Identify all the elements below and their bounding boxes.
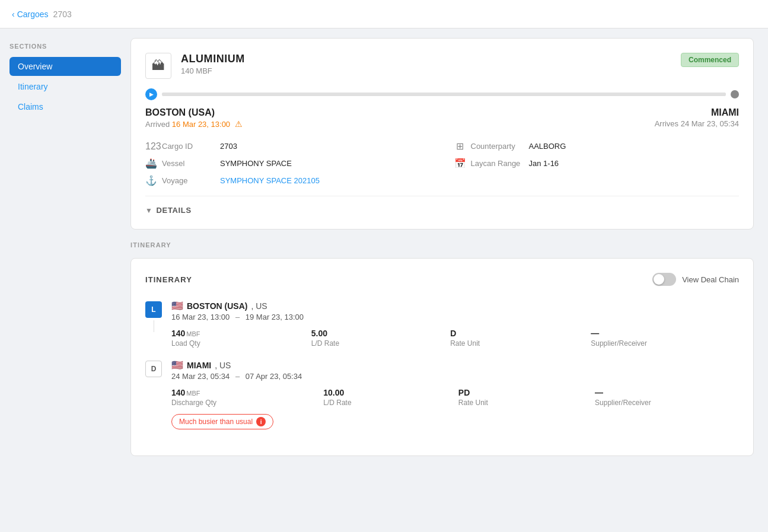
vessel-row: 🚢 Vessel SYMPHONY SPACE [145,158,431,169]
vessel-icon: 🚢 [145,158,157,169]
vessel-value: SYMPHONY SPACE [220,159,292,168]
itinerary-card: ITINERARY View Deal Chain L 🇺🇸 BOSTON (U… [130,258,754,456]
connector-line [154,320,154,332]
sidebar: SECTIONS Overview Itinerary Claims [0,28,130,532]
mountain-icon: 🏔 [152,58,165,74]
cargo-id-value: 2703 [220,142,237,151]
details-toggle[interactable]: ▼ DETAILS [145,206,739,215]
boston-load-qty: 140MBF Load Qty [171,329,292,348]
sections-label: SECTIONS [9,43,121,50]
cargo-title-block: ALUMINIUM 140 MBF [181,53,681,75]
origin-arrival: Arrived 16 Mar 23, 13:00 ⚠ [145,119,243,129]
main-content: 🏔 ALUMINIUM 140 MBF Commenced BOST [130,28,768,532]
dest-arrival-date: 24 Mar 23, 05:34 [681,119,739,128]
vessel-label: Vessel [162,159,215,168]
back-label: Cargoes [17,9,49,19]
sidebar-item-claims[interactable]: Claims [9,97,121,116]
stop-boston: L 🇺🇸 BOSTON (USA) , US 16 Mar 23, 13:00 … [145,300,739,348]
route-destination: MIAMI Arrives 24 Mar 23, 05:34 [655,107,739,129]
laycan-label: Laycan Range [471,159,524,168]
calendar-icon: 📅 [454,158,466,169]
stop-boston-content: 🇺🇸 BOSTON (USA) , US 16 Mar 23, 13:00 – … [171,300,739,348]
card-divider [145,196,739,196]
chevron-down-icon: ▼ [145,206,153,215]
itinerary-card-header: ITINERARY View Deal Chain [145,273,739,286]
us-flag-miami: 🇺🇸 [171,359,183,371]
counterparty-label: Counterparty [471,142,524,151]
route-row: BOSTON (USA) Arrived 16 Mar 23, 13:00 ⚠ … [145,107,739,129]
miami-ld-rate: 10.00 L/D Rate [323,388,439,407]
origin-city: BOSTON (USA) [145,107,243,118]
stop-badge-load: L [145,301,162,318]
stop-miami-content: 🇺🇸 MIAMI , US 24 Mar 23, 05:34 – 07 Apr … [171,359,739,429]
view-deal-chain-toggle[interactable] [652,273,676,286]
cargo-id-nav: 2703 [53,9,72,19]
sidebar-item-overview[interactable]: Overview [9,57,121,76]
route-origin: BOSTON (USA) Arrived 16 Mar 23, 13:00 ⚠ [145,107,243,129]
stop-miami-city: MIAMI [187,361,211,370]
stop-miami-dates: 24 Mar 23, 05:34 – 07 Apr 23, 05:34 [171,372,739,381]
progress-start-dot [145,88,157,100]
info-icon: i [256,417,266,426]
stop-miami-location: 🇺🇸 MIAMI , US [171,359,739,371]
cargo-header: 🏔 ALUMINIUM 140 MBF Commenced [145,53,739,79]
progress-end-dot [731,90,739,98]
stop-boston-country: , US [251,301,267,311]
miami-rate-unit: PD Rate Unit [458,388,576,407]
miami-discharge-qty: 140MBF Discharge Qty [171,388,304,407]
itinerary-card-title: ITINERARY [145,275,192,284]
cargo-id-row: 123 Cargo ID 2703 [145,141,431,152]
stop-boston-city: BOSTON (USA) [187,301,247,311]
details-toggle-label: DETAILS [157,206,192,215]
boston-rate-unit: D Rate Unit [450,329,572,348]
view-deal-chain-label: View Deal Chain [682,275,739,284]
voyage-value[interactable]: SYMPHONY SPACE 202105 [220,176,320,185]
busy-badge: Much busier than usual i [171,414,273,429]
counterparty-icon: ⊞ [454,141,466,152]
progress-bar-fill [162,93,726,96]
cargo-overview-card: 🏔 ALUMINIUM 140 MBF Commenced BOST [130,38,754,230]
stop-boston-dates: 16 Mar 23, 13:00 – 19 Mar 23, 13:00 [171,313,739,321]
123-icon: 123 [145,141,157,152]
status-badge: Commenced [681,53,739,67]
progress-bar-track [162,93,726,96]
stop-miami-metrics: 140MBF Discharge Qty 10.00 L/D Rate [171,388,739,407]
stop-boston-metrics: 140MBF Load Qty 5.00 L/D Rate [171,329,739,348]
origin-arrival-label: Arrived [145,120,170,129]
layout: SECTIONS Overview Itinerary Claims 🏔 ALU… [0,28,768,532]
voyage-label: Voyage [162,176,215,185]
cargo-quantity: 140 MBF [181,66,681,75]
warning-icon: ⚠ [235,119,243,129]
voyage-row: ⚓ Voyage SYMPHONY SPACE 202105 [145,175,431,186]
dest-city: MIAMI [655,107,739,118]
stop-miami: D 🇺🇸 MIAMI , US 24 Mar 23, 05:34 – 07 Ap… [145,359,739,429]
details-grid: 123 Cargo ID 2703 ⊞ Counterparty AALBORG… [145,141,739,186]
dest-arrival-label: Arrives [655,119,678,128]
laycan-row: 📅 Laycan Range Jan 1-16 [454,158,740,169]
progress-bar-row [145,88,739,100]
stop-boston-location: 🇺🇸 BOSTON (USA) , US [171,300,739,311]
laycan-value: Jan 1-16 [529,159,559,168]
cargo-id-label: Cargo ID [162,142,215,151]
miami-supplier: — Supplier/Receiver [595,388,739,407]
sidebar-item-itinerary[interactable]: Itinerary [9,77,121,96]
itinerary-section-label: ITINERARY [130,241,754,249]
top-nav: ‹ Cargoes 2703 [0,0,768,28]
boston-supplier: — Supplier/Receiver [591,329,739,348]
us-flag-boston: 🇺🇸 [171,300,183,311]
cargo-icon: 🏔 [145,53,171,79]
busy-badge-text: Much busier than usual [179,418,253,426]
origin-arrival-date[interactable]: 16 Mar 23, 13:00 [172,120,230,129]
cargo-name: ALUMINIUM [181,53,681,65]
boston-ld-rate: 5.00 L/D Rate [311,329,431,348]
chevron-left-icon: ‹ [12,9,15,19]
view-deal-chain: View Deal Chain [652,273,739,286]
voyage-icon: ⚓ [145,175,157,186]
stop-miami-country: , US [215,361,231,370]
back-link[interactable]: ‹ Cargoes [12,9,49,19]
counterparty-row: ⊞ Counterparty AALBORG [454,141,740,152]
counterparty-value: AALBORG [529,142,566,151]
stop-badge-discharge: D [145,361,162,377]
dest-arrival: Arrives 24 Mar 23, 05:34 [655,119,739,128]
